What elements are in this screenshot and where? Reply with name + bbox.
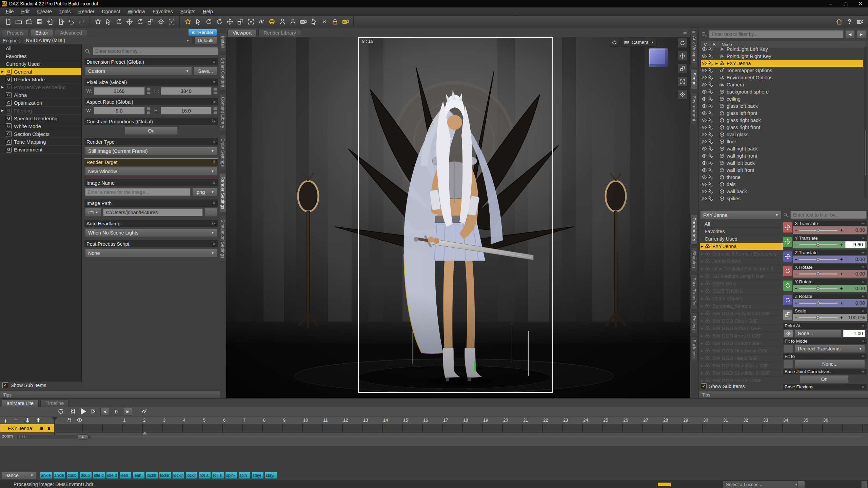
visibility-eye-icon[interactable] — [702, 103, 707, 109]
scene-node-spikes[interactable]: spikes — [701, 195, 863, 202]
render-target-select[interactable]: New Window▼ — [85, 167, 217, 176]
tab-editor[interactable]: Editor — [30, 29, 53, 37]
slider-nudge-plus[interactable]: ＋ — [839, 314, 844, 321]
menu-help[interactable]: Help — [199, 9, 217, 14]
frame-forward-button[interactable]: ▶ — [124, 408, 132, 415]
scene-node-dais[interactable]: dais — [701, 181, 863, 188]
slider-row[interactable]: −＋100.0% — [793, 314, 867, 321]
selectable-cursor-icon[interactable] — [708, 125, 714, 130]
pane-menu-icon[interactable]: ☰ — [692, 29, 696, 34]
folder-select-button[interactable]: ▼ — [85, 208, 101, 217]
visibility-eye-icon[interactable] — [702, 175, 707, 180]
visibility-eye-icon[interactable] — [702, 139, 707, 144]
undo-icon[interactable] — [66, 17, 76, 27]
scene-node-wall-left-back[interactable]: wall left back — [701, 159, 863, 166]
anim-clip-15[interactable]: spin — [238, 472, 251, 479]
gear-icon[interactable] — [861, 385, 865, 389]
slider-knob[interactable] — [816, 316, 820, 320]
width-spinner[interactable] — [146, 107, 151, 114]
slider-nudge-minus[interactable]: − — [795, 228, 797, 233]
category-general[interactable]: ▶GGeneral — [0, 68, 81, 76]
selectable-cursor-icon[interactable] — [708, 146, 714, 151]
slider-row[interactable]: −＋0.00 — [793, 270, 867, 278]
param-item-new-genitalia-for-victoria-8[interactable]: ▶New Genitalia For Victoria 8 — [700, 265, 783, 272]
gear-icon[interactable] — [861, 309, 865, 313]
selectable-cursor-icon[interactable] — [708, 139, 714, 144]
height-spinner[interactable] — [213, 87, 217, 95]
category-optimization[interactable]: GOptimization — [0, 99, 81, 107]
slider-track[interactable] — [799, 303, 837, 304]
gear-icon[interactable] — [212, 80, 216, 84]
pan-tool-icon[interactable] — [677, 51, 687, 61]
dock-tab-draw-settings[interactable]: Draw Settings — [220, 135, 226, 170]
slider-row[interactable]: −＋0.00 — [793, 299, 867, 307]
tips-bar[interactable]: Tips — [0, 391, 220, 398]
dock-tab-surfaces[interactable]: Surfaces — [690, 336, 698, 361]
lock-icon[interactable] — [330, 17, 340, 27]
tab-timeline[interactable]: Timeline — [40, 400, 69, 407]
selectable-cursor-icon[interactable] — [708, 96, 714, 102]
orbit-tool-icon[interactable] — [114, 17, 124, 27]
image-name-input[interactable] — [85, 188, 191, 196]
settings-filter-input[interactable] — [93, 47, 218, 55]
slider-track[interactable] — [799, 317, 837, 318]
visibility-eye-icon[interactable] — [702, 61, 707, 66]
pointer-tool-icon[interactable] — [193, 17, 203, 27]
slider-value[interactable]: 0.00 — [845, 227, 865, 233]
point-at-button[interactable]: None... — [795, 329, 842, 338]
slider-row[interactable]: −＋0.00 — [793, 226, 867, 234]
render-icon[interactable] — [340, 17, 351, 27]
remove-track-button[interactable]: − — [14, 417, 18, 424]
show-sub-items-checkbox[interactable]: ✓ Show Sub Items — [701, 383, 745, 389]
category-currently-used[interactable]: Currently Used — [0, 60, 81, 68]
category-tone-mapping[interactable]: GTone Mapping — [0, 138, 81, 146]
gear-icon[interactable] — [861, 222, 865, 225]
param-item-bohemia-kimono[interactable]: ▶Bohemia_Kimono — [700, 302, 783, 310]
tab-animate-lite[interactable]: aniMate Lite — [2, 400, 39, 407]
slider-nudge-plus[interactable]: ＋ — [839, 227, 844, 233]
parameters-node-selector[interactable]: FXY Jenna▼ — [700, 211, 782, 219]
slider-track[interactable] — [799, 273, 837, 274]
slider-nudge-plus[interactable]: ＋ — [839, 285, 844, 291]
anim-clip-4[interactable]: idle d — [93, 472, 105, 479]
tab-advanced[interactable]: Advanced — [55, 29, 87, 37]
category-white-mode[interactable]: GWhite Mode — [0, 122, 81, 130]
dock-tab-render-settings[interactable]: Render Settings — [220, 173, 226, 213]
visibility-eye-icon[interactable] — [702, 196, 707, 201]
slider-value[interactable]: 0.00 — [845, 300, 865, 306]
visibility-eye-icon[interactable] — [702, 125, 707, 130]
scene-node-tonemapper-options[interactable]: Tonemapper Options — [701, 67, 863, 74]
defaults-button[interactable]: Defaults — [195, 37, 218, 44]
param-item-bw-ggo-heels-g8f[interactable]: ▶BW GGO Heels G8F — [700, 354, 783, 362]
selectable-cursor-icon[interactable] — [708, 175, 714, 180]
anim-clip-13[interactable]: roll a — [212, 472, 224, 479]
dock-tab-smart-content[interactable]: Smart Content — [220, 54, 226, 90]
visibility-eye-icon[interactable] — [702, 189, 707, 194]
selectable-cursor-icon[interactable] — [708, 54, 714, 59]
link-icon[interactable] — [319, 17, 330, 27]
nav-back-button[interactable]: ◀ — [845, 30, 855, 38]
slider-nudge-minus[interactable]: − — [795, 242, 797, 247]
scene-node-wall-left-front[interactable]: wall left front — [701, 166, 863, 174]
browse-button[interactable]: ... — [204, 208, 217, 217]
gear-icon[interactable] — [212, 119, 216, 124]
open-file-icon[interactable] — [13, 17, 24, 27]
orbit-tool-icon[interactable] — [677, 38, 687, 48]
add-figure-icon[interactable] — [288, 17, 298, 27]
lesson-go-button[interactable] — [797, 481, 805, 488]
selectable-cursor-icon[interactable] — [708, 89, 714, 95]
range-marker[interactable] — [142, 431, 147, 434]
slider-row[interactable]: −＋0.00 — [793, 256, 867, 263]
dolly-icon[interactable] — [235, 17, 245, 27]
scene-node-fxy-jenna[interactable]: ▶FXY Jenna — [701, 60, 863, 67]
base-joint-correctives-toggle[interactable]: On — [800, 375, 849, 383]
redo-icon[interactable] — [76, 17, 87, 27]
big-pointer-icon[interactable] — [309, 17, 319, 27]
anim-clip-0[interactable]: ankle — [40, 472, 52, 479]
constrain-proportions-toggle[interactable]: On — [125, 126, 178, 135]
image-extension-select[interactable]: .png▼ — [192, 188, 217, 196]
dock-tab-content-library[interactable]: Content Library — [220, 94, 226, 131]
dimension-preset-select[interactable]: Custom▼ — [85, 67, 192, 75]
track-fxy-jenna[interactable]: FXY Jenna — [0, 424, 54, 432]
scene-node-glass-left-back[interactable]: glass left back — [701, 102, 863, 109]
